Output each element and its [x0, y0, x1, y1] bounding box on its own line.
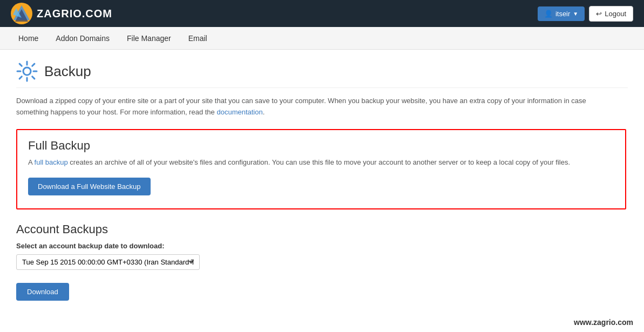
logout-icon: ↩	[596, 10, 602, 18]
header: ZAGRIO.COM 👤 itseir ▼ ↩ Logout	[0, 0, 644, 27]
full-backup-desc-start: A	[28, 158, 35, 166]
download-full-backup-button[interactable]: Download a Full Website Backup	[28, 178, 151, 195]
full-backup-desc-end: creates an archive of all of your websit…	[68, 158, 570, 166]
nav-email[interactable]: Email	[181, 29, 215, 48]
page-description: Download a zipped copy of your entire si…	[16, 96, 610, 118]
logo-container: ZAGRIO.COM	[11, 3, 112, 24]
full-backup-description: A full backup creates an archive of all …	[28, 157, 614, 168]
logo-icon	[11, 3, 32, 24]
nav-file-manager[interactable]: File Manager	[119, 29, 179, 48]
page-title: Backup	[44, 63, 91, 80]
account-backups-title: Account Backups	[16, 222, 628, 236]
account-backups-section: Account Backups Select an account backup…	[16, 222, 628, 301]
gear-icon	[16, 60, 38, 82]
user-button[interactable]: 👤 itseir ▼	[538, 6, 585, 21]
svg-line-9	[19, 64, 22, 66]
description-end: .	[263, 108, 265, 116]
svg-line-12	[19, 77, 22, 79]
description-text: Download a zipped copy of your entire si…	[16, 97, 586, 116]
page-title-section: Backup	[16, 60, 628, 88]
nav-home[interactable]: Home	[11, 29, 46, 48]
caret-icon: ▼	[573, 11, 578, 17]
logo-text: ZAGRIO.COM	[37, 8, 112, 20]
backup-date-select[interactable]: Tue Sep 15 2015 00:00:00 GMT+0330 (Iran …	[16, 254, 200, 270]
account-backups-label: Select an account backup date to downloa…	[16, 242, 628, 250]
logout-button[interactable]: ↩ Logout	[589, 6, 633, 22]
nav-addon-domains[interactable]: Addon Domains	[48, 29, 117, 48]
svg-line-11	[32, 64, 35, 66]
logout-label: Logout	[605, 10, 626, 18]
documentation-link[interactable]: documentation	[216, 108, 262, 116]
full-backup-section: Full Backup A full backup creates an arc…	[16, 129, 626, 210]
user-icon: 👤	[544, 10, 553, 18]
user-name: itseir	[555, 10, 570, 18]
svg-point-4	[23, 67, 31, 75]
backup-date-wrapper: Tue Sep 15 2015 00:00:00 GMT+0330 (Iran …	[16, 254, 200, 277]
main-content: Backup Download a zipped copy of your en…	[0, 50, 644, 311]
navigation: Home Addon Domains File Manager Email	[0, 27, 644, 50]
header-actions: 👤 itseir ▼ ↩ Logout	[538, 6, 633, 22]
full-backup-link: full backup	[35, 158, 68, 166]
full-backup-title: Full Backup	[28, 139, 614, 153]
download-button[interactable]: Download	[16, 283, 69, 301]
svg-line-10	[32, 77, 35, 79]
